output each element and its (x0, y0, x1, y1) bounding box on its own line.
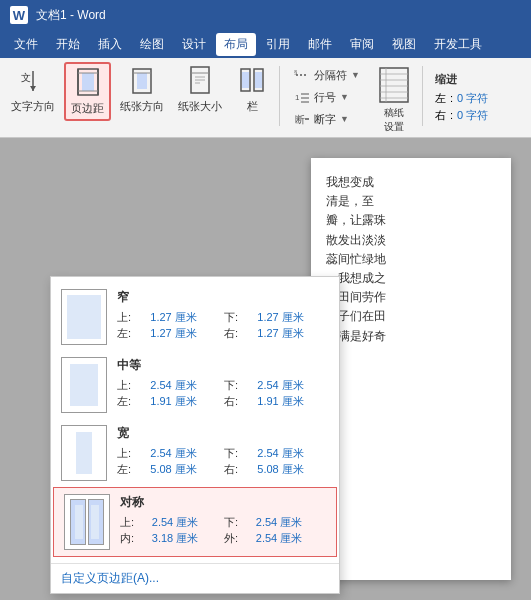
text-direction-btn[interactable]: 文 文字方向 (6, 62, 60, 117)
document-page: 我想变成 清是，至 瓣，让露珠 散发出淡淡 蕊间忙绿地 我想成之 在田间劳作 孩… (311, 158, 511, 580)
margin-name-narrow: 窄 (117, 289, 329, 306)
doc-line-7: 在田间劳作 (326, 288, 496, 307)
line-number-arrow: ▼ (340, 92, 349, 102)
ribbon: 文 文字方向 页边距 (0, 58, 531, 138)
margins-icon (72, 67, 104, 99)
paper-size-label: 纸张大小 (178, 99, 222, 114)
menu-bar: 文件 开始 插入 绘图 设计 布局 引用 邮件 审阅 视图 开发工具 (0, 30, 531, 58)
hyphenation-label: 断字 (314, 112, 336, 127)
margin-info-mirror: 对称 上: 2.54 厘米 下: 2.54 厘米 内: 3.18 厘米 外: 2… (120, 494, 326, 546)
indent-left-label: 左 (435, 91, 446, 106)
ribbon-sep-2 (422, 66, 423, 126)
margin-info-medium: 中等 上: 2.54 厘米 下: 2.54 厘米 左: 1.91 厘米 右: 1… (117, 357, 329, 409)
menu-view[interactable]: 视图 (384, 33, 424, 56)
svg-rect-10 (137, 73, 147, 89)
margin-info-narrow: 窄 上: 1.27 厘米 下: 1.27 厘米 左: 1.27 厘米 右: 1.… (117, 289, 329, 341)
margin-info-wide: 宽 上: 2.54 厘米 下: 2.54 厘米 左: 5.08 厘米 右: 5.… (117, 425, 329, 477)
menu-developer[interactable]: 开发工具 (426, 33, 490, 56)
svg-rect-4 (82, 73, 94, 91)
paper-size-btn[interactable]: 纸张大小 (173, 62, 227, 117)
menu-layout[interactable]: 布局 (216, 33, 256, 56)
margin-preview-wide (61, 425, 107, 481)
indent-right-row: 右: 0 字符 (435, 108, 488, 123)
svg-text:断: 断 (295, 114, 305, 125)
draft-paper-label: 稿纸 (384, 106, 404, 120)
margin-values-wide: 上: 2.54 厘米 下: 2.54 厘米 左: 5.08 厘米 右: 5.08… (117, 446, 329, 477)
indent-left-value: 0 字符 (457, 91, 488, 106)
margin-values-mirror: 上: 2.54 厘米 下: 2.54 厘米 内: 3.18 厘米 外: 2.54… (120, 515, 326, 546)
margin-name-medium: 中等 (117, 357, 329, 374)
columns-btn[interactable]: 栏 (231, 62, 273, 117)
doc-line-4: 散发出淡淡 (326, 231, 496, 250)
doc-line-5: 蕊间忙绿地 (326, 250, 496, 269)
doc-line-2: 清是，至 (326, 192, 496, 211)
margin-option-medium[interactable]: 中等 上: 2.54 厘米 下: 2.54 厘米 左: 1.91 厘米 右: 1… (51, 351, 339, 419)
doc-line-6: 我想成之 (326, 269, 496, 288)
menu-draw[interactable]: 绘图 (132, 33, 172, 56)
menu-reference[interactable]: 引用 (258, 33, 298, 56)
text-direction-icon: 文 (17, 65, 49, 97)
margins-dropdown[interactable]: 窄 上: 1.27 厘米 下: 1.27 厘米 左: 1.27 厘米 右: 1.… (50, 276, 340, 594)
line-number-btn[interactable]: 1 行号 ▼ (290, 87, 364, 107)
hyphenation-btn[interactable]: 断 断字 ▼ (290, 109, 364, 129)
orientation-label: 纸张方向 (120, 99, 164, 114)
hyphenation-arrow: ▼ (340, 114, 349, 124)
menu-design[interactable]: 设计 (174, 33, 214, 56)
main-content: 窄 上: 1.27 厘米 下: 1.27 厘米 左: 1.27 厘米 右: 1.… (0, 138, 531, 600)
menu-review[interactable]: 审阅 (342, 33, 382, 56)
separator-icon: § (294, 67, 310, 83)
menu-mail[interactable]: 邮件 (300, 33, 340, 56)
menu-file[interactable]: 文件 (6, 33, 46, 56)
svg-rect-20 (255, 72, 262, 88)
margin-preview-mirror (64, 494, 110, 550)
menu-start[interactable]: 开始 (48, 33, 88, 56)
columns-label: 栏 (247, 99, 258, 114)
indent-right-label: 右 (435, 108, 446, 123)
doc-line-3: 瓣，让露珠 (326, 211, 496, 230)
line-number-label: 行号 (314, 90, 336, 105)
svg-rect-29 (380, 68, 408, 102)
margins-label: 页边距 (71, 101, 104, 116)
indent-left-row: 左: 0 字符 (435, 91, 488, 106)
orientation-icon (126, 65, 158, 97)
indent-title: 缩进 (435, 72, 488, 87)
columns-icon (236, 65, 268, 97)
paper-size-icon (184, 65, 216, 97)
doc-line-9: 里满是好奇 (326, 327, 496, 346)
margin-name-mirror: 对称 (120, 494, 326, 511)
text-direction-label: 文字方向 (11, 99, 55, 114)
draft-paper-settings-label: 设置 (384, 120, 404, 134)
hyphenation-icon: 断 (294, 111, 310, 127)
menu-insert[interactable]: 插入 (90, 33, 130, 56)
margin-option-mirror[interactable]: 对称 上: 2.54 厘米 下: 2.54 厘米 内: 3.18 厘米 外: 2… (53, 487, 337, 557)
margin-values-narrow: 上: 1.27 厘米 下: 1.27 厘米 左: 1.27 厘米 右: 1.27… (117, 310, 329, 341)
svg-rect-19 (242, 72, 249, 88)
separator-btn[interactable]: § 分隔符 ▼ (290, 65, 364, 85)
draft-paper-icon (378, 66, 410, 106)
custom-margins-link[interactable]: 自定义页边距(A)... (61, 571, 159, 585)
title-text: 文档1 - Word (36, 7, 106, 24)
title-bar: W 文档1 - Word (0, 0, 531, 30)
draft-paper-btn[interactable]: 稿纸 设置 (372, 62, 416, 132)
svg-text:1: 1 (295, 93, 300, 102)
orientation-btn[interactable]: 纸张方向 (115, 62, 169, 117)
svg-marker-2 (30, 86, 36, 91)
svg-text:文: 文 (21, 72, 31, 83)
margin-preview-medium (61, 357, 107, 413)
margin-name-wide: 宽 (117, 425, 329, 442)
ribbon-sep-1 (279, 66, 280, 126)
dropdown-footer: 自定义页边距(A)... (51, 563, 339, 593)
separator-arrow: ▼ (351, 70, 360, 80)
indent-right-value: 0 字符 (457, 108, 488, 123)
margin-option-narrow[interactable]: 窄 上: 1.27 厘米 下: 1.27 厘米 左: 1.27 厘米 右: 1.… (51, 283, 339, 351)
svg-text:§: § (294, 69, 297, 75)
margin-option-wide[interactable]: 宽 上: 2.54 厘米 下: 2.54 厘米 左: 5.08 厘米 右: 5.… (51, 419, 339, 487)
line-number-icon: 1 (294, 89, 310, 105)
margins-btn[interactable]: 页边距 (64, 62, 111, 121)
word-icon: W (10, 6, 28, 24)
margin-values-medium: 上: 2.54 厘米 下: 2.54 厘米 左: 1.91 厘米 右: 1.91… (117, 378, 329, 409)
margin-preview-narrow (61, 289, 107, 345)
dropdown-scroll[interactable]: 窄 上: 1.27 厘米 下: 1.27 厘米 左: 1.27 厘米 右: 1.… (51, 277, 339, 563)
separator-label: 分隔符 (314, 68, 347, 83)
doc-line-8: 孩子们在田 (326, 307, 496, 326)
